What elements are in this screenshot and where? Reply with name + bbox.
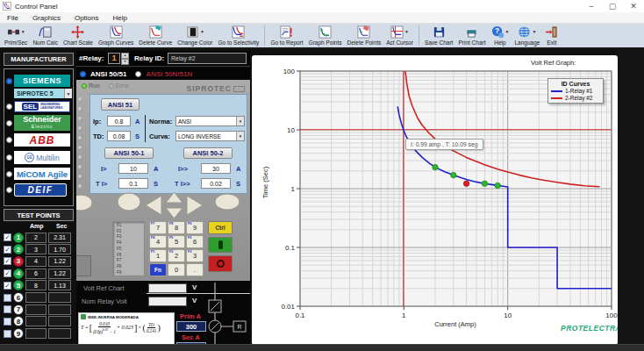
maximize-button[interactable]: ▢: [602, 0, 623, 12]
manufacturer-item-siprotec-5[interactable]: SIPROTEC 5▼: [6, 89, 72, 98]
nav-oval-mid[interactable]: [118, 193, 140, 211]
keypad-key-9[interactable]: F99: [186, 221, 204, 234]
ctrl-key[interactable]: Ctrl: [208, 221, 233, 234]
test-point-sec-field[interactable]: [48, 316, 71, 326]
toolbar-button-go-to-selectivity[interactable]: Go to Selectivity: [215, 24, 261, 47]
test-point-amp-field[interactable]: [25, 292, 47, 303]
nav-oval-right[interactable]: [215, 194, 240, 210]
test-point-checkbox-9[interactable]: [4, 330, 11, 338]
toolbar-button-delete-points[interactable]: Delete Points: [345, 24, 384, 47]
nav-left-arrow[interactable]: [146, 196, 161, 215]
relay-number-input[interactable]: 1: [108, 53, 120, 64]
menu-item-file[interactable]: File: [0, 14, 25, 22]
test-point-checkbox-2[interactable]: ✓: [4, 246, 11, 254]
manufacturer-radio-micom-agile[interactable]: [6, 171, 12, 177]
curva-dropdown-icon[interactable]: ▼: [236, 132, 244, 140]
manufacturer-radio-deif[interactable]: [6, 187, 12, 193]
manufacturer-radio-schneider[interactable]: [6, 120, 12, 126]
curva-combo[interactable]: LONG INVERSE▼: [175, 131, 245, 141]
ansi-502-button[interactable]: ANSI 50-2: [183, 147, 233, 159]
manufacturer-radio-abb[interactable]: [6, 137, 12, 143]
ansi-51-button[interactable]: ANSI 51: [101, 98, 140, 111]
manufacturer-item-siemens[interactable]: SIEMENS: [6, 75, 70, 87]
test-point-checkbox-5[interactable]: ✓: [4, 282, 11, 290]
keypad-key-3[interactable]: F33: [186, 249, 204, 262]
siprotec-dropdown-icon[interactable]: ▼: [64, 89, 72, 98]
toolbar-button-chart-scale[interactable]: Chart Scale: [61, 24, 96, 47]
toolbar-button-exit[interactable]: Exit: [542, 24, 561, 47]
test-point-sec-field[interactable]: 1.22: [48, 269, 71, 279]
keypad-key-6[interactable]: F66: [186, 235, 204, 248]
i2-field[interactable]: 30: [201, 163, 231, 174]
menu-item-options[interactable]: Options: [68, 14, 106, 22]
manufacturer-item-abb[interactable]: ABB: [6, 133, 70, 147]
ansi-501-button[interactable]: ANSI 50-1: [104, 147, 154, 159]
toolbar-button-num-calc[interactable]: Num Calc: [30, 24, 61, 47]
test-point-sec-field[interactable]: 1.22: [48, 256, 71, 267]
test-point-amp-field[interactable]: [25, 316, 47, 326]
toolbar-button-prim-sec[interactable]: ▼Prim/Sec: [2, 24, 30, 47]
keypad-key-0[interactable]: 0: [168, 263, 185, 276]
keypad-key-1[interactable]: F11: [149, 249, 167, 262]
test-point-sec-field[interactable]: 2.31: [48, 233, 71, 243]
toolbar-dropdown-icon[interactable]: ▼: [505, 29, 510, 34]
toolbar-button-delete-curve[interactable]: Delete Curve: [136, 24, 175, 47]
td-field[interactable]: 0.08: [107, 131, 131, 141]
test-point-checkbox-4[interactable]: ✓: [4, 269, 11, 277]
toolbar-button-act-cursor[interactable]: ▼Act Cursor: [383, 24, 416, 47]
test-point-checkbox-7[interactable]: [4, 305, 11, 313]
test-point-amp-field[interactable]: 6: [25, 269, 47, 279]
relay-spinner-down-icon[interactable]: ▼: [121, 59, 129, 65]
test-point-checkbox-6[interactable]: [4, 294, 11, 302]
keypad-key-5[interactable]: F55: [168, 235, 185, 248]
test-point-sec-field[interactable]: 1.70: [48, 244, 71, 254]
test-point-amp-field[interactable]: [25, 304, 47, 315]
test-point-amp-field[interactable]: [25, 328, 47, 339]
toolbar-dropdown-icon[interactable]: ▼: [532, 29, 536, 34]
minimize-button[interactable]: –: [581, 0, 602, 12]
volt-ref-field[interactable]: [148, 283, 187, 293]
toolbar-button-print-chart[interactable]: Print Chart: [455, 24, 488, 47]
test-point-sec-field[interactable]: [48, 304, 71, 315]
test-point-amp-field[interactable]: 2: [25, 233, 47, 243]
keypad-key-8[interactable]: F88: [168, 221, 185, 234]
test-point-amp-field[interactable]: 8: [25, 280, 47, 290]
ip-field[interactable]: 0.8: [107, 116, 131, 126]
menu-item-graphics[interactable]: Graphics: [25, 14, 68, 22]
nav-up-arrow[interactable]: [166, 192, 182, 203]
toolbar-button-go-to-report[interactable]: Go to Report: [268, 24, 305, 47]
relay-spinner-up-icon[interactable]: ▲: [121, 53, 129, 59]
keypad-key-4[interactable]: F44: [149, 235, 167, 248]
ansi-50n51n-radio[interactable]: [135, 71, 141, 77]
toolbar-dropdown-icon[interactable]: ▼: [404, 29, 409, 34]
relay-id-input[interactable]: Relay #2: [168, 53, 247, 64]
toolbar-button-save-chart[interactable]: Save Chart: [422, 24, 456, 47]
test-point-checkbox-1[interactable]: ✓: [4, 233, 11, 241]
toolbar-button-change-color[interactable]: ▼Change Color: [175, 24, 215, 47]
manufacturer-radio-sel[interactable]: [6, 104, 12, 110]
nav-right-arrow[interactable]: [187, 196, 203, 215]
manufacturer-radio-siemens[interactable]: [6, 78, 12, 84]
nom-relay-field[interactable]: [148, 297, 187, 306]
keypad-key-[interactable]: .: [186, 263, 204, 276]
t1-field[interactable]: 0.1: [118, 178, 148, 189]
close-button[interactable]: ✕: [623, 0, 644, 12]
test-point-checkbox-8[interactable]: [4, 318, 11, 326]
manufacturer-item-micom-agile[interactable]: MiCOM Agile: [6, 168, 70, 180]
keypad-key-7[interactable]: F77: [149, 221, 167, 234]
nav-oval-left[interactable]: [76, 195, 92, 211]
test-point-checkbox-3[interactable]: ✓: [4, 257, 11, 265]
toolbar-button-graph-curves[interactable]: Graph Curves: [96, 24, 136, 47]
menu-item-help[interactable]: Help: [105, 14, 133, 22]
manufacturer-item-deif[interactable]: DEIF: [6, 183, 67, 197]
toolbar-button-help[interactable]: ?▼Help: [489, 24, 512, 47]
manufacturer-radio-multilin[interactable]: [6, 154, 12, 161]
nav-down-arrow[interactable]: [166, 208, 182, 218]
test-point-amp-field[interactable]: 4: [25, 256, 47, 267]
i1-field[interactable]: 10: [118, 163, 148, 174]
t2-field[interactable]: 0.02: [201, 178, 231, 189]
power-on-key[interactable]: [208, 237, 233, 253]
manufacturer-item-multilin[interactable]: GEMultilin: [6, 151, 70, 164]
manufacturer-item-sel[interactable]: SELENGINEERINGLABORATORIES: [6, 101, 70, 112]
prim-a-value[interactable]: 300: [176, 321, 206, 332]
